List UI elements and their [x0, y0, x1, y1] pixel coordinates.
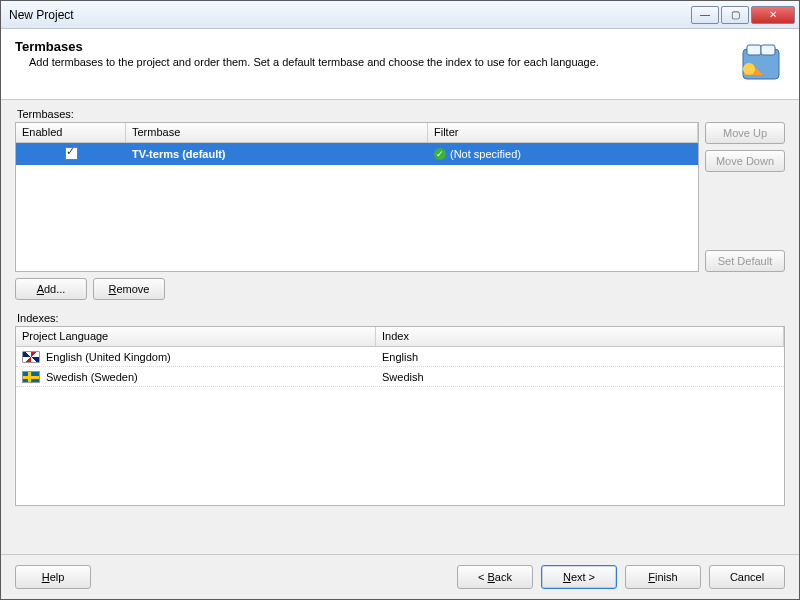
- window-title: New Project: [9, 8, 689, 22]
- wizard-header: Termbases Add termbases to the project a…: [1, 29, 799, 100]
- wizard-body: Termbases: Enabled Termbase Filter TV-te…: [1, 100, 799, 554]
- ok-icon: ✓: [434, 148, 446, 160]
- termbase-bottom-buttons: Add... Remove: [15, 278, 785, 300]
- titlebar[interactable]: New Project — ▢ ✕: [1, 1, 799, 29]
- move-down-button[interactable]: Move Down: [705, 150, 785, 172]
- termbases-table[interactable]: Enabled Termbase Filter TV-terms (defaul…: [15, 122, 699, 272]
- language-name: English (United Kingdom): [46, 351, 171, 363]
- svg-rect-2: [761, 45, 775, 55]
- maximize-button[interactable]: ▢: [721, 6, 749, 24]
- cancel-button[interactable]: Cancel: [709, 565, 785, 589]
- termbases-header-row: Enabled Termbase Filter: [16, 123, 698, 143]
- termbase-icon: [737, 39, 785, 87]
- svg-rect-1: [747, 45, 761, 55]
- indexes-label: Indexes:: [17, 312, 785, 324]
- col-index[interactable]: Index: [376, 327, 784, 346]
- minimize-button[interactable]: —: [691, 6, 719, 24]
- language-name: Swedish (Sweden): [46, 371, 138, 383]
- svg-point-4: [743, 63, 755, 75]
- add-button[interactable]: Add...: [15, 278, 87, 300]
- window-buttons: — ▢ ✕: [689, 6, 795, 24]
- index-row[interactable]: English (United Kingdom) English: [16, 347, 784, 367]
- help-button[interactable]: Help: [15, 565, 91, 589]
- page-title: Termbases: [15, 39, 737, 54]
- checkbox-icon[interactable]: [65, 147, 78, 160]
- page-subtitle: Add termbases to the project and order t…: [29, 56, 737, 68]
- termbase-name: TV-terms (default): [126, 148, 428, 160]
- indexes-header-row: Project Language Index: [16, 327, 784, 347]
- set-default-button[interactable]: Set Default: [705, 250, 785, 272]
- remove-button[interactable]: Remove: [93, 278, 165, 300]
- col-enabled[interactable]: Enabled: [16, 123, 126, 142]
- indexes-table[interactable]: Project Language Index English (United K…: [15, 326, 785, 506]
- close-button[interactable]: ✕: [751, 6, 795, 24]
- col-project-language[interactable]: Project Language: [16, 327, 376, 346]
- index-row[interactable]: Swedish (Sweden) Swedish: [16, 367, 784, 387]
- flag-uk-icon: [22, 351, 40, 363]
- termbase-row[interactable]: TV-terms (default) ✓ (Not specified): [16, 143, 698, 165]
- termbase-side-buttons: Move Up Move Down Set Default: [705, 122, 785, 272]
- flag-se-icon: [22, 371, 40, 383]
- dialog-new-project: New Project — ▢ ✕ Termbases Add termbase…: [0, 0, 800, 600]
- filter-text: (Not specified): [450, 148, 521, 160]
- move-up-button[interactable]: Move Up: [705, 122, 785, 144]
- termbases-label: Termbases:: [17, 108, 785, 120]
- finish-button[interactable]: Finish: [625, 565, 701, 589]
- col-termbase[interactable]: Termbase: [126, 123, 428, 142]
- wizard-footer: Help < Back Next > Finish Cancel: [1, 554, 799, 599]
- enabled-cell[interactable]: [16, 147, 126, 162]
- filter-cell: ✓ (Not specified): [428, 148, 698, 160]
- next-button[interactable]: Next >: [541, 565, 617, 589]
- index-value[interactable]: English: [376, 351, 784, 363]
- col-filter[interactable]: Filter: [428, 123, 698, 142]
- index-value[interactable]: Swedish: [376, 371, 784, 383]
- back-button[interactable]: < Back: [457, 565, 533, 589]
